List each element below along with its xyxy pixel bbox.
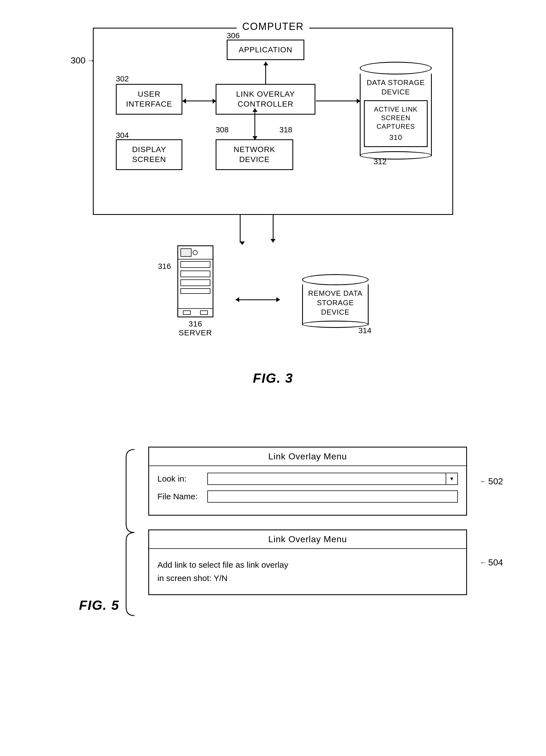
ref-318: 318 (280, 125, 293, 134)
server-base (178, 308, 212, 317)
server-row: 316 (93, 243, 453, 337)
server-foot-left (183, 310, 191, 315)
drive-bay-4 (180, 288, 210, 294)
fig5-brace-svg (120, 447, 137, 618)
server-text: SERVER (179, 328, 212, 337)
file-name-input[interactable] (207, 490, 458, 503)
ref-314: 314 (358, 326, 371, 335)
dropdown-arrow-btn[interactable]: ▼ (446, 473, 458, 485)
dialog-502-title: Link Overlay Menu (149, 448, 466, 466)
remote-storage-container: 314 REMOVE DATASTORAGE DEVICE (302, 274, 369, 325)
ui-label: USERINTERFACE (116, 84, 182, 115)
ref-308: 308 (215, 125, 229, 134)
application-label: APPLICATION (227, 40, 304, 60)
dialog-504-wrapper: Link Overlay Menu Add link to select fil… (148, 529, 467, 595)
ref-300: 300 → (71, 55, 95, 66)
ref-304: 304 (116, 131, 129, 140)
fig5-dialogs: Link Overlay Menu Look in: ▼ (148, 447, 467, 618)
ref-306: 306 (227, 31, 240, 40)
dialog-504-content: Add link to select file as link overlay … (149, 549, 466, 594)
loc-label: LINK OVERLAYCONTROLLER (215, 84, 316, 115)
fig5-layout: FIG. 5 Link Overlay Menu Look in: (79, 447, 467, 618)
dialog-504-text: Add link to select file as link overlay … (157, 556, 458, 588)
look-in-label: Look in: (157, 474, 207, 484)
dialog-502-content: Look in: ▼ File Name: (149, 466, 466, 515)
fig3-diagram: 306 APPLICATION 302 USERINTERFACE (107, 40, 439, 200)
computer-outer-box: COMPUTER 306 APPLICATION 302 (93, 28, 453, 215)
fig3-title: FIG. 3 (79, 371, 467, 386)
server-illustration (177, 245, 213, 317)
cylinder-body: DATA STORAGEDEVICE ACTIVE LINKSCREENCAPT… (360, 74, 432, 156)
display-screen-box: DISPLAYSCREEN 304 (116, 139, 182, 170)
network-device-label: NETWORKDEVICE (215, 139, 293, 170)
loc-ds-arrow (316, 101, 360, 101)
look-in-input[interactable] (207, 473, 446, 485)
ref-302: 302 (116, 74, 129, 83)
fig5-left: FIG. 5 (79, 447, 140, 618)
dialog-504: Link Overlay Menu Add link to select fil… (148, 529, 467, 595)
look-in-dropdown[interactable]: ▼ (207, 473, 458, 485)
server-top (178, 246, 212, 259)
server-disc (193, 250, 197, 255)
nd-server-arrow (273, 215, 274, 243)
page-container: 300 → COMPUTER 306 APPLICATION (0, 0, 546, 635)
dialog-502-wrapper: Link Overlay Menu Look in: ▼ (148, 447, 467, 516)
server-container: 316 (177, 245, 213, 337)
ui-loc-arrow (182, 101, 216, 101)
display-screen-label: DISPLAYSCREEN (116, 139, 182, 170)
arrow-head-down-server (240, 241, 245, 245)
remote-cyl-body: REMOVE DATASTORAGE DEVICE (302, 284, 369, 325)
ref-504: ← 504 (480, 557, 503, 567)
fig3-section: 300 → COMPUTER 306 APPLICATION (79, 17, 467, 386)
server-label: 316 (188, 320, 202, 328)
fig5-title: FIG. 5 (79, 598, 119, 613)
remote-cyl-bottom (302, 321, 369, 328)
loc-nd-arrow (254, 108, 255, 140)
loc-box: LINK OVERLAYCONTROLLER (215, 84, 316, 115)
ref-316: 316 (158, 262, 171, 271)
application-box: 306 APPLICATION (227, 40, 304, 60)
data-storage-label: DATA STORAGEDEVICE (364, 78, 428, 97)
dialog-502: Link Overlay Menu Look in: ▼ (148, 447, 467, 516)
drive-bay-3 (180, 279, 210, 286)
remote-cyl-top (302, 274, 369, 285)
server-screen (180, 248, 191, 257)
drive-bay-1 (180, 261, 210, 268)
file-name-label: File Name: (157, 492, 207, 501)
look-in-field: Look in: ▼ (157, 473, 458, 485)
ref-310: 310 (367, 133, 425, 142)
network-device-box: NETWORKDEVICE (215, 139, 293, 170)
server-storage-arrow (235, 299, 280, 300)
server-foot-right (200, 310, 208, 315)
vertical-arrow-line (240, 215, 240, 243)
cylinder-top-ellipse (360, 62, 432, 74)
user-interface-box: 302 USERINTERFACE (116, 84, 182, 115)
dialog-504-title: Link Overlay Menu (149, 530, 466, 549)
computer-label: COMPUTER (237, 21, 309, 32)
drive-bay-2 (180, 271, 210, 277)
ref-502: ← 502 (480, 476, 503, 486)
active-link-label: ACTIVE LINKSCREENCAPTURES 310 (364, 100, 428, 147)
file-name-field: File Name: (157, 490, 458, 503)
data-storage-cylinder: 312 DATA STORAGEDEVICE ACTIVE LINKSCREEN… (360, 62, 432, 156)
fig5-section: FIG. 5 Link Overlay Menu Look in: (79, 447, 467, 618)
cylinder-bottom-ellipse (360, 151, 432, 160)
